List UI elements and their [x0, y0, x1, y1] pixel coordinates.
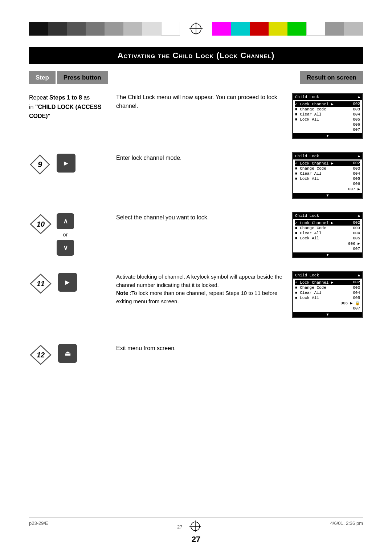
screen-10-footer: ▼ [293, 252, 362, 258]
screen-9-footer: ▼ [293, 193, 362, 198]
step-9-screen: Child Lock ▲ ✓ Lock Channel ▶002 ■ Chang… [292, 152, 363, 199]
cbr4 [269, 22, 287, 36]
cb4 [86, 22, 105, 36]
step-10-left: 10 ∧ or ∨ [29, 212, 116, 256]
screen-9-r3: ■ Clear All004 [295, 171, 360, 176]
screen-row-intro-3: ■ Clear All004 [295, 112, 360, 117]
step-10-desc: Select the channel you want to lock. [116, 213, 292, 222]
crosshair-top [189, 22, 203, 36]
cb6 [123, 22, 142, 36]
footer-center: 27 [177, 524, 182, 530]
screen-10-r1: ✓ Lock Channel ▶002 [295, 220, 360, 226]
step-9-left: 9 ► [29, 152, 116, 175]
screen-body-intro: ✓ Lock Channel ▶002 ■ Change Code003 ■ C… [293, 100, 362, 133]
screen-9-r1: ✓ Lock Channel ▶002 [295, 161, 360, 166]
screen-10-r5: 006 ▶ [295, 241, 360, 246]
screen-11-r1: ✓ Lock Channel ▶002 [295, 280, 360, 285]
intro-screen: Child Lock ▲ ✓ Lock Channel ▶002 ■ Chang… [292, 93, 363, 139]
svg-text:11: 11 [37, 280, 45, 288]
color-bar-left [29, 22, 180, 36]
step-10-btn-down[interactable]: ∨ [57, 240, 74, 256]
screen-11-r4: ■ Lock All005 [295, 295, 360, 300]
screen-row-intro-4: ■ Lock All005 [295, 117, 360, 122]
intro-bold-code: CODE)" [29, 113, 50, 119]
screen-row-intro-6: 007 [295, 127, 360, 132]
step-12-left: 12 ⏏ [29, 343, 116, 366]
cbr6 [306, 22, 325, 36]
step-9-desc: Enter lock channel mode. [116, 154, 292, 162]
screen-11-r6: 007 [295, 306, 360, 311]
step-12-row: 12 ⏏ Exit menu from screen. [29, 343, 363, 368]
cb8 [161, 22, 180, 36]
step-10-badge: 10 [29, 213, 51, 235]
footer-center-group: 27 [177, 520, 201, 533]
intro-row: Repeat Steps 1 to 8 as in "CHILD LOCK (A… [29, 93, 363, 139]
screen-11-body: ✓ Lock Channel ▶002 ■ Change Code003 ■ C… [293, 279, 362, 312]
right-border-line [367, 47, 367, 505]
step-11-button[interactable]: ► [58, 273, 77, 292]
step-9-row: 9 ► Enter lock channel mode. Child Lock … [29, 152, 363, 199]
left-border-line [25, 47, 25, 505]
screen-9-header: Child Lock ▲ [293, 153, 362, 159]
screen-9-body: ✓ Lock Channel ▶002 ■ Change Code003 ■ C… [293, 159, 362, 193]
screen-header-intro: Child Lock ▲ [293, 94, 362, 100]
screen-10-r2: ■ Change Code003 [295, 226, 360, 231]
screen-11-r2: ■ Change Code003 [295, 285, 360, 290]
cbr2 [231, 22, 250, 36]
step-12-badge: 12 [29, 344, 52, 366]
footer-left: p23-29/E [29, 520, 48, 533]
cb7 [142, 22, 161, 36]
step-9-button[interactable]: ► [57, 154, 75, 173]
main-content: Activating the Child Lock (Lock Channel)… [29, 47, 363, 519]
screen-row-intro-2: ■ Change Code003 [295, 107, 360, 112]
step-10-screen: Child Lock ▲ ✓ Lock Channel ▶002 ■ Chang… [292, 212, 363, 258]
svg-text:10: 10 [37, 220, 45, 228]
screen-11-header: Child Lock ▲ [293, 272, 362, 279]
screen-9-r4: ■ Lock All005 [295, 176, 360, 181]
screen-10-body: ✓ Lock Channel ▶002 ■ Change Code003 ■ C… [293, 219, 362, 252]
screen-11-r3: ■ Clear All004 [295, 290, 360, 295]
step-10-btn-up[interactable]: ∧ [57, 213, 74, 229]
color-bar-right [212, 22, 363, 36]
screen-11-r5: 006 ▶ 🔒 [295, 300, 360, 306]
page-title: Activating the Child Lock (Lock Channel) [29, 47, 363, 64]
step-10-buttons: ∧ or ∨ [57, 213, 74, 256]
svg-text:12: 12 [37, 351, 45, 359]
screen-row-intro-1: ✓ Lock Channel ▶002 [295, 101, 360, 107]
cbr3 [250, 22, 269, 36]
step-10-or: or [63, 231, 68, 238]
step-11-left: 11 ► [29, 271, 116, 295]
intro-bold-section: "CHILD LOCK (ACCESS [35, 104, 102, 110]
header-step: Step [29, 71, 56, 84]
step-12-desc: Exit menu from screen. [116, 344, 292, 353]
cb5 [105, 22, 123, 36]
step-11-note-label: Note [116, 290, 128, 296]
svg-text:9: 9 [38, 160, 42, 169]
step-12-button[interactable]: ⏏ [58, 344, 77, 363]
header-row: Step Press button Result on screen [29, 71, 363, 84]
screen-9-r5: 006 [295, 181, 360, 186]
color-bar-top [29, 22, 363, 36]
screen-10-r6: 007 [295, 246, 360, 251]
cbr8 [344, 22, 363, 36]
step-11-badge: 11 [29, 273, 52, 295]
step-11-desc: Activate blocking of channel. A keylock … [116, 273, 292, 305]
footer-right: 4/6/01, 2:36 pm [330, 520, 363, 533]
page-number: 27 [192, 535, 200, 544]
header-press-button: Press button [57, 71, 108, 84]
screen-9-r2: ■ Change Code003 [295, 166, 360, 171]
intro-bold-steps: Steps 1 to 8 [49, 94, 82, 101]
screen-11-footer: ▼ [293, 312, 362, 317]
screen-10-r4: ■ Lock All005 [295, 236, 360, 241]
crosshair-bottom [189, 520, 201, 533]
step-10-row: 10 ∧ or ∨ Select the channel you want to… [29, 212, 363, 258]
screen-row-intro-5: 006 [295, 122, 360, 127]
cbr1 [212, 22, 231, 36]
cb1 [29, 22, 48, 36]
intro-text: Repeat Steps 1 to 8 as in "CHILD LOCK (A… [29, 93, 116, 121]
header-result: Result on screen [300, 71, 363, 84]
intro-desc: The Child Lock menu will now appear. You… [116, 93, 292, 110]
footer-bar: p23-29/E 27 4/6/01, 2:36 pm [29, 517, 363, 533]
cb2 [48, 22, 67, 36]
cbr7 [325, 22, 344, 36]
